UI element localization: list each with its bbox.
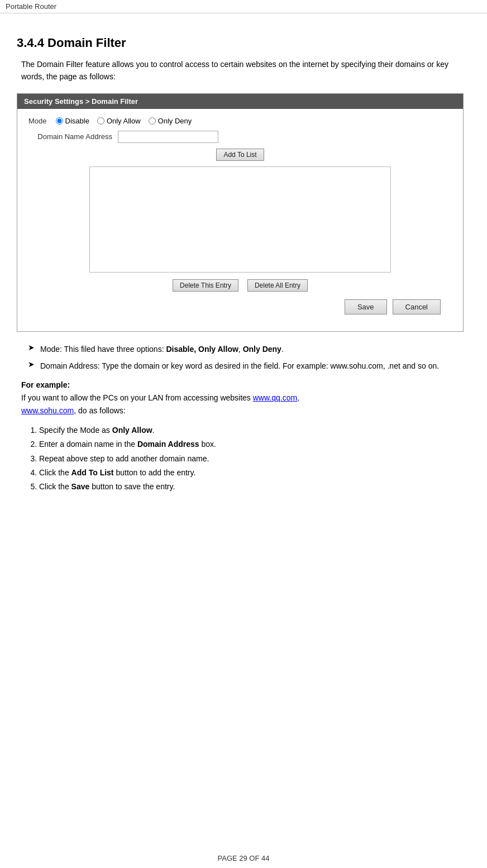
save-cancel-row: Save Cancel bbox=[28, 299, 452, 320]
delete-all-button[interactable]: Delete All Entry bbox=[247, 279, 308, 292]
bullet-arrow-2: ➤ bbox=[28, 360, 35, 372]
ui-screenshot-box: Security Settings > Domain Filter Mode D… bbox=[17, 93, 464, 332]
domain-name-label: Domain Name Address bbox=[28, 132, 112, 141]
domain-list-area bbox=[89, 166, 391, 273]
bullet-text-2: Domain Address: Type the domain or key w… bbox=[40, 360, 470, 372]
bullet-domain: ➤ Domain Address: Type the domain or key… bbox=[28, 360, 470, 372]
cancel-button[interactable]: Cancel bbox=[393, 299, 441, 314]
page-content: 3.4.4 Domain Filter The Domain Filter fe… bbox=[0, 13, 487, 511]
save-button[interactable]: Save bbox=[345, 299, 387, 314]
ui-box-header: Security Settings > Domain Filter bbox=[17, 94, 463, 109]
domain-input[interactable] bbox=[118, 131, 218, 143]
step-4: Click the Add To List button to add the … bbox=[39, 466, 470, 480]
step-2: Enter a domain name in the Domain Addres… bbox=[39, 437, 470, 451]
steps-list: Specify the Mode as Only Allow. Enter a … bbox=[39, 423, 470, 494]
add-to-list-button[interactable]: Add To List bbox=[216, 149, 264, 161]
bullet-mode: ➤ Mode: This filed have three options: D… bbox=[28, 343, 470, 355]
bullet-arrow-1: ➤ bbox=[28, 343, 35, 355]
intro-text: The Domain Filter feature allows you to … bbox=[21, 58, 470, 83]
link-sohu[interactable]: www.sohu.com bbox=[21, 406, 74, 415]
delete-entry-button[interactable]: Delete This Entry bbox=[173, 279, 238, 292]
mode-label: Mode bbox=[28, 117, 47, 125]
page-footer: PAGE 29 OF 44 bbox=[0, 854, 487, 862]
ui-box-body: Mode Disable Only Allow Only Deny bbox=[17, 109, 463, 331]
radio-only-deny[interactable]: Only Deny bbox=[149, 117, 192, 125]
for-example-label: For example: bbox=[21, 380, 470, 389]
add-btn-row: Add To List bbox=[28, 149, 452, 161]
domain-row: Domain Name Address bbox=[28, 131, 452, 143]
step-1: Specify the Mode as Only Allow. bbox=[39, 423, 470, 437]
link-qq[interactable]: www.qq.com, bbox=[253, 393, 299, 402]
radio-disable[interactable]: Disable bbox=[56, 117, 89, 125]
page-header: Portable Router bbox=[0, 0, 487, 13]
radio-only-allow[interactable]: Only Allow bbox=[97, 117, 141, 125]
example-text: If you want to allow the PCs on your LAN… bbox=[21, 392, 470, 418]
bullet-text-1: Mode: This filed have three options: Dis… bbox=[40, 343, 470, 355]
section-title: 3.4.4 Domain Filter bbox=[17, 36, 470, 50]
step-3: Repeat above step to add another domain … bbox=[39, 452, 470, 466]
radio-group: Disable Only Allow Only Deny bbox=[56, 117, 192, 125]
mode-row: Mode Disable Only Allow Only Deny bbox=[28, 117, 452, 125]
delete-row: Delete This Entry Delete All Entry bbox=[28, 279, 452, 292]
step-5: Click the Save button to save the entry. bbox=[39, 480, 470, 494]
header-title: Portable Router bbox=[6, 2, 56, 11]
